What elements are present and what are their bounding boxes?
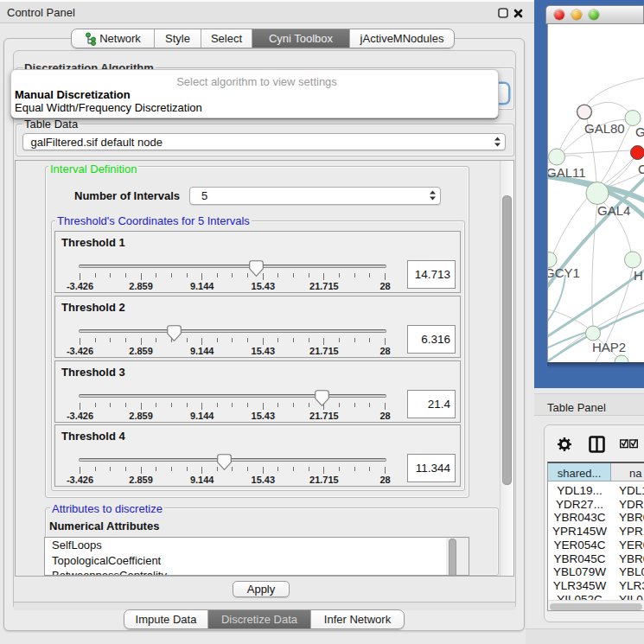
svg-text:H: H (634, 268, 643, 283)
svg-text:GCY1: GCY1 (548, 265, 580, 280)
svg-text:GAL11: GAL11 (548, 165, 586, 180)
svg-text:C: C (638, 162, 644, 176)
svg-text:GAL4: GAL4 (597, 203, 630, 218)
svg-text:GA: GA (635, 124, 644, 139)
svg-text:HAP2: HAP2 (592, 340, 626, 354)
svg-text:GAL80: GAL80 (584, 121, 625, 136)
